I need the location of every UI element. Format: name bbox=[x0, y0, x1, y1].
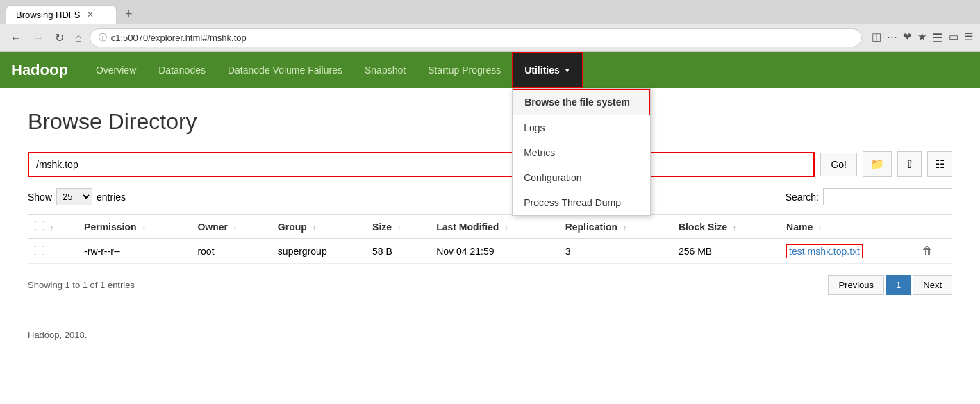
utilities-button[interactable]: Utilities ▼ bbox=[512, 52, 583, 88]
col-size: Size ↕ bbox=[365, 214, 429, 239]
list-icon-button[interactable]: ☷ bbox=[927, 151, 952, 177]
utilities-menu-item-metrics[interactable]: Metrics bbox=[513, 140, 650, 165]
col-block-size: Block Size ↕ bbox=[672, 214, 779, 239]
path-input-wrap bbox=[28, 152, 815, 177]
nav-link-datanodes[interactable]: Datanodes bbox=[147, 52, 217, 88]
col-owner: Owner ↕ bbox=[190, 214, 270, 239]
row-owner: root bbox=[190, 239, 270, 264]
main-content: Browse Directory Go! 📁 ⇧ ☷ Show 10 25 50… bbox=[0, 88, 980, 316]
select-all-checkbox[interactable] bbox=[35, 221, 44, 230]
navbar: Hadoop Overview Datanodes Datanode Volum… bbox=[0, 52, 980, 88]
browser-toolbar: ◫ ⋯ ❤ ★ ☰ ▭ ☰ bbox=[872, 31, 973, 46]
nav-link-startup-progress[interactable]: Startup Progress bbox=[417, 52, 512, 88]
page-title: Browse Directory bbox=[28, 109, 952, 135]
search-input[interactable] bbox=[823, 188, 952, 205]
nav-link-overview[interactable]: Overview bbox=[85, 52, 147, 88]
folder-icon-button[interactable]: 📁 bbox=[863, 151, 892, 177]
new-tab-button[interactable]: + bbox=[119, 4, 138, 24]
show-entries: Show 10 25 50 100 entries bbox=[28, 188, 126, 205]
folder-icon: 📁 bbox=[870, 158, 884, 170]
entries-select[interactable]: 10 25 50 100 bbox=[56, 188, 92, 205]
tab-close-button[interactable]: ✕ bbox=[87, 10, 94, 19]
row-checkbox[interactable] bbox=[35, 246, 44, 255]
table-body: -rw-r--r-- root supergroup 58 B Nov 04 2… bbox=[28, 239, 952, 264]
delete-icon[interactable]: 🗑 bbox=[922, 245, 933, 257]
nav-link-datanode-volume-failures[interactable]: Datanode Volume Failures bbox=[217, 52, 354, 88]
col-group: Group ↕ bbox=[271, 214, 365, 239]
utilities-menu-item-logs[interactable]: Logs bbox=[513, 115, 650, 140]
footer: Hadoop, 2018. bbox=[0, 316, 980, 354]
utilities-arrow-icon: ▼ bbox=[564, 67, 571, 74]
url-text: c1:50070/explorer.html#/mshk.top bbox=[111, 33, 853, 43]
url-box[interactable]: ⓘ c1:50070/explorer.html#/mshk.top bbox=[90, 28, 862, 47]
library-icon[interactable]: ☰ bbox=[932, 31, 943, 46]
utilities-menu: Browse the file system Logs Metrics Conf… bbox=[512, 88, 651, 216]
search-label: Search: bbox=[786, 192, 819, 203]
sort-name-icon[interactable]: ↕ bbox=[818, 224, 822, 232]
forward-button[interactable]: → bbox=[29, 31, 47, 46]
sidebar-toggle-icon[interactable]: ▭ bbox=[949, 31, 958, 46]
back-button[interactable]: ← bbox=[7, 31, 25, 46]
tab-bar: Browsing HDFS ✕ + bbox=[0, 0, 980, 24]
table-header: ↕ Permission ↕ Owner ↕ Group ↕ Size ↕ bbox=[28, 214, 952, 239]
overflow-icon[interactable]: ☰ bbox=[964, 31, 973, 46]
row-replication: 3 bbox=[558, 239, 672, 264]
sort-replication-icon[interactable]: ↕ bbox=[623, 224, 627, 232]
menu-dots-icon[interactable]: ⋯ bbox=[887, 31, 897, 46]
nav-links: Overview Datanodes Datanode Volume Failu… bbox=[85, 52, 583, 88]
utilities-menu-item-thread-dump[interactable]: Process Thread Dump bbox=[513, 190, 650, 215]
row-checkbox-cell bbox=[28, 239, 77, 264]
row-group: supergroup bbox=[271, 239, 365, 264]
file-link[interactable]: test.mshk.top.txt bbox=[786, 244, 863, 258]
path-bar: Go! 📁 ⇧ ☷ bbox=[28, 151, 952, 177]
previous-button[interactable]: Previous bbox=[828, 275, 884, 295]
list-icon: ☷ bbox=[935, 158, 945, 170]
search-bar: Search: bbox=[786, 188, 952, 205]
sort-block-size-icon[interactable]: ↕ bbox=[733, 224, 737, 232]
sort-last-modified-icon[interactable]: ↕ bbox=[504, 224, 508, 232]
row-block-size: 256 MB bbox=[672, 239, 779, 264]
sort-group-icon[interactable]: ↕ bbox=[313, 224, 317, 232]
row-delete: 🗑 bbox=[915, 239, 952, 264]
row-size: 58 B bbox=[365, 239, 429, 264]
utilities-menu-item-browse[interactable]: Browse the file system bbox=[513, 89, 650, 115]
col-replication: Replication ↕ bbox=[558, 214, 672, 239]
active-tab[interactable]: Browsing HDFS ✕ bbox=[6, 5, 117, 24]
utilities-dropdown: Utilities ▼ Browse the file system Logs … bbox=[512, 52, 583, 88]
show-label: Show bbox=[28, 192, 52, 203]
entries-label: entries bbox=[97, 192, 126, 203]
up-icon-button[interactable]: ⇧ bbox=[897, 151, 922, 177]
sort-icon: ↕ bbox=[50, 224, 54, 232]
next-button[interactable]: Next bbox=[913, 275, 952, 295]
col-permission: Permission ↕ bbox=[77, 214, 190, 239]
select-all-header: ↕ bbox=[28, 214, 77, 239]
home-button[interactable]: ⌂ bbox=[72, 31, 85, 46]
table-row: -rw-r--r-- root supergroup 58 B Nov 04 2… bbox=[28, 239, 952, 264]
sort-owner-icon[interactable]: ↕ bbox=[233, 224, 238, 232]
go-button[interactable]: Go! bbox=[820, 153, 857, 176]
col-last-modified: Last Modified ↕ bbox=[429, 214, 558, 239]
utilities-menu-item-configuration[interactable]: Configuration bbox=[513, 165, 650, 190]
utilities-label: Utilities bbox=[524, 65, 560, 76]
table-controls: Show 10 25 50 100 entries Search: bbox=[28, 188, 952, 205]
row-last-modified: Nov 04 21:59 bbox=[429, 239, 558, 264]
data-table: ↕ Permission ↕ Owner ↕ Group ↕ Size ↕ bbox=[28, 214, 952, 264]
page-1-button[interactable]: 1 bbox=[886, 275, 911, 295]
row-permission: -rw-r--r-- bbox=[77, 239, 190, 264]
sort-size-icon[interactable]: ↕ bbox=[397, 224, 401, 232]
nav-link-snapshot[interactable]: Snapshot bbox=[354, 52, 417, 88]
footer-text: Hadoop, 2018. bbox=[28, 330, 87, 340]
path-input[interactable] bbox=[29, 153, 813, 176]
address-bar: ← → ↻ ⌂ ⓘ c1:50070/explorer.html#/mshk.t… bbox=[0, 24, 980, 51]
up-arrow-icon: ⇧ bbox=[905, 158, 914, 170]
reload-button[interactable]: ↻ bbox=[51, 30, 67, 46]
sort-permission-icon[interactable]: ↕ bbox=[142, 224, 146, 232]
showing-text: Showing 1 to 1 of 1 entries bbox=[28, 280, 135, 290]
pagination-section: Showing 1 to 1 of 1 entries Previous 1 N… bbox=[28, 275, 952, 295]
browser-chrome: Browsing HDFS ✕ + ← → ↻ ⌂ ⓘ c1:50070/exp… bbox=[0, 0, 980, 52]
security-icon: ⓘ bbox=[99, 32, 107, 44]
col-name: Name ↕ bbox=[779, 214, 915, 239]
extensions-icon[interactable]: ◫ bbox=[872, 31, 881, 46]
pocket-icon[interactable]: ❤ bbox=[903, 31, 912, 46]
star-icon[interactable]: ★ bbox=[917, 31, 927, 46]
